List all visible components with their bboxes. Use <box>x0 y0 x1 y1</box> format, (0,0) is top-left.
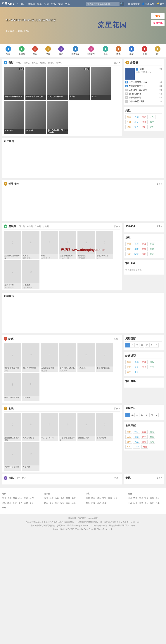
tag[interactable]: 冒险 <box>133 435 140 439</box>
iconnav-7[interactable]: ●回顾 <box>103 46 108 55</box>
tag[interactable]: 军旅 <box>133 252 140 256</box>
footer-link[interactable]: 运动 <box>150 502 154 505</box>
footer-link[interactable]: 都市 <box>72 496 76 500</box>
footer-link[interactable]: 科幻 <box>18 496 22 500</box>
tag[interactable]: 纪实 <box>149 365 155 369</box>
tag[interactable]: 日本 <box>125 445 132 449</box>
mtab[interactable]: 恐怖片 <box>40 61 46 64</box>
footer-link[interactable]: 悬疑 <box>29 502 33 505</box>
nav-2[interactable]: 连续剧 <box>28 2 35 5</box>
poster[interactable]: ♀镇魂赵云澜沈巍... <box>41 231 58 259</box>
day[interactable]: 五 <box>145 343 149 348</box>
tag[interactable]: 运动 <box>149 440 155 444</box>
footer-link[interactable]: 动作 <box>133 502 137 505</box>
movie-poster[interactable]: 图兰朵 <box>91 67 111 100</box>
movie-poster[interactable]: 预告大师兄:甄子丹饰演 罗丹 <box>4 67 24 100</box>
rank-item[interactable]: 7复仇者联盟3无限...2.0 <box>125 100 162 104</box>
footer-link[interactable]: 喜剧 <box>66 502 70 505</box>
tag[interactable]: 校园 <box>149 435 155 439</box>
nav-1[interactable]: 首页 <box>21 2 25 5</box>
iconnav-3[interactable]: ●动漫 <box>45 46 51 55</box>
poster[interactable]: ♀最强大脑之燃烧吧头脑风暴... <box>59 344 76 372</box>
news-more[interactable]: 更多 > <box>114 477 120 480</box>
poster[interactable]: ♀进击的巨人第三季 <box>4 442 21 471</box>
footer-link[interactable]: 战争 <box>2 502 6 505</box>
footer-link[interactable]: 日本 <box>156 502 160 505</box>
tag[interactable]: 搞笑 <box>125 370 132 374</box>
tag[interactable]: 热血 <box>141 430 148 434</box>
footer-link[interactable]: 伦理 <box>60 496 65 500</box>
poster[interactable]: ♀一人之下第二季 <box>41 413 58 441</box>
poster[interactable]: ♀凤囚凰同是沦落... <box>22 231 39 259</box>
search-input[interactable] <box>86 2 120 6</box>
footer-link[interactable]: 犯罪 <box>44 502 48 505</box>
iconnav-0[interactable]: ●电影 <box>5 46 11 55</box>
mtab[interactable]: 科幻片 <box>32 61 38 64</box>
poster[interactable]: ♀超能勇士之世界大冒险 <box>4 413 21 441</box>
nav-5[interactable]: 资讯 <box>51 2 56 5</box>
poster[interactable]: ♀熊熊大冒险 <box>96 413 113 441</box>
tag[interactable]: 情感 <box>133 360 140 364</box>
day[interactable]: 四 <box>140 343 144 348</box>
mtab[interactable]: 动作片 <box>16 61 22 64</box>
tag[interactable]: 犯罪 <box>141 247 148 251</box>
tag[interactable]: 科幻 <box>133 430 140 434</box>
tag[interactable]: 剧情 <box>125 115 132 119</box>
tag[interactable]: 武侠 <box>133 242 140 246</box>
footer-link[interactable]: 军旅 <box>60 502 65 505</box>
poster[interactable]: ♀快乐星球第五部少年的力量... <box>59 231 76 259</box>
footer-link[interactable]: 热血 <box>133 496 137 500</box>
tag[interactable]: 音乐 <box>133 365 140 369</box>
tag[interactable]: 美食 <box>141 365 148 369</box>
user-link-1[interactable]: 👤 我要注册 <box>142 2 154 5</box>
tag[interactable]: 战争 <box>149 120 155 124</box>
search-button[interactable]: 🔍 <box>120 2 124 6</box>
news-side-more[interactable]: 更多 > <box>157 476 162 479</box>
tag[interactable]: 喜剧 <box>133 115 140 119</box>
iconnav-10[interactable]: ●喜剧 <box>142 46 147 55</box>
tag[interactable]: 搞笑 <box>125 435 132 439</box>
tag[interactable]: 剧场 <box>149 125 155 129</box>
poster[interactable]: ♀风味人间 <box>22 373 39 401</box>
nav-4[interactable]: 动漫 <box>44 2 49 5</box>
movie-poster[interactable]: 异次元黑客杨雪舞 <box>47 67 68 100</box>
footer-link[interactable]: 曝光 <box>97 502 101 505</box>
footer-link[interactable]: 旅游 <box>108 496 112 500</box>
tag[interactable]: 历史 <box>125 252 132 256</box>
footer-sitemap[interactable]: 网站地图 RSS订阅 google地图 <box>0 516 166 520</box>
day[interactable]: 日 <box>154 343 159 348</box>
footer-link[interactable]: 纪实 <box>91 502 95 505</box>
mtab[interactable]: 剧情片 <box>48 61 54 64</box>
footer-link[interactable]: 港台 <box>145 502 149 505</box>
footer-link[interactable]: 访谈 <box>97 496 101 500</box>
day[interactable]: 一 <box>125 413 130 417</box>
nav-0[interactable]: ⌂ <box>17 2 18 5</box>
hero-banner[interactable]: 沈月领衔F4归来再续经典 火爆校园回味初恋 流星花园 主演:沈月 / 王鹤棣 /… <box>0 8 166 44</box>
tag[interactable]: 港台 <box>141 440 148 444</box>
poster[interactable]: ♀斗罗大陆 <box>22 442 39 471</box>
footer-link[interactable]: 萝莉 <box>156 496 160 500</box>
footer-link[interactable]: 音乐 <box>113 496 118 500</box>
footer-link[interactable]: 宫廷 <box>55 496 59 500</box>
footer-link[interactable]: 古风 <box>13 496 17 500</box>
day[interactable]: 日 <box>154 413 159 417</box>
dtab[interactable]: 欧美剧 <box>43 225 49 228</box>
tag[interactable]: TV版 <box>133 445 140 449</box>
user-link-0[interactable]: ☰ 观看记录 <box>128 2 140 5</box>
poster[interactable]: ♀明日之子第二季... <box>22 344 39 372</box>
anime-more[interactable]: 更多 > <box>114 407 120 410</box>
footer-link[interactable]: 悬疑 <box>49 502 53 505</box>
tag[interactable]: 萝莉 <box>141 435 148 439</box>
day[interactable]: 五 <box>145 413 149 417</box>
footer-link[interactable]: 奇幻 <box>18 502 22 505</box>
tag[interactable]: 奇幻 <box>141 125 148 129</box>
tag[interactable]: 喜剧 <box>141 252 148 256</box>
footer-link[interactable]: 播报 <box>102 496 106 500</box>
day[interactable]: 四 <box>140 413 144 417</box>
tag[interactable]: 选秀 <box>125 360 132 364</box>
movie-poster[interactable]: 国际救援之希亚之战 <box>25 67 46 100</box>
tag[interactable]: 悬疑 <box>149 247 155 251</box>
footer-link[interactable]: 情感 <box>91 496 95 500</box>
footer-link[interactable]: 机战 <box>139 502 143 505</box>
poster[interactable]: ♀凡人修仙传之... <box>22 413 39 441</box>
